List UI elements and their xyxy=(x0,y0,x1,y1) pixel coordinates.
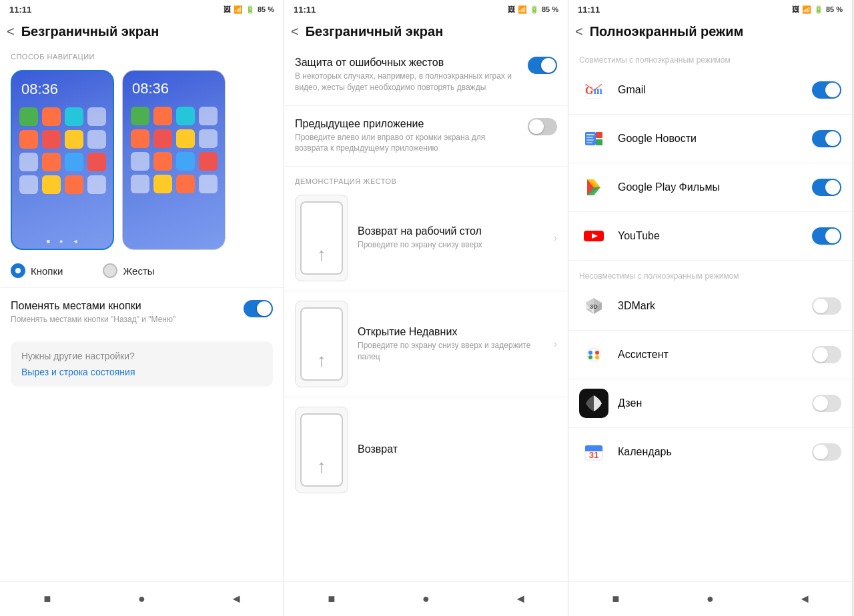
back-button-1[interactable]: < xyxy=(7,24,15,39)
app-icon-dot xyxy=(87,130,106,149)
header-2: < Безграничный экран xyxy=(284,19,568,47)
home-gesture-preview: ↑ xyxy=(295,195,348,281)
battery-icon-3: 🔋 xyxy=(814,5,823,14)
assistant-toggle-knob xyxy=(813,347,828,362)
svg-point-26 xyxy=(595,355,599,359)
svg-text:Gm: Gm xyxy=(585,85,602,96)
home-nav-btn-3[interactable]: ● xyxy=(697,586,723,613)
page-title-2: Безграничный экран xyxy=(306,24,444,39)
gesture-up-arrow-3: ↑ xyxy=(317,456,326,477)
page-title-3: Полноэкранный режим xyxy=(590,24,744,39)
youtube-toggle[interactable] xyxy=(812,227,841,245)
panel1-scroll: СПОСОБ НАВИГАЦИИ 08:36 xyxy=(0,47,284,616)
gplay-toggle-knob xyxy=(825,180,840,195)
app-row-dzen: Дзен xyxy=(568,382,852,425)
back-gesture-preview: ↑ xyxy=(295,407,348,493)
nav-radio-row: Кнопки Жесты xyxy=(0,261,284,285)
home-nav-btn-2[interactable]: ● xyxy=(412,586,439,613)
calendar-toggle-knob xyxy=(813,445,828,459)
dzen-icon xyxy=(579,389,608,418)
back-button-2[interactable]: < xyxy=(291,24,299,39)
app-icon-dot xyxy=(131,175,149,193)
error-gesture-toggle[interactable] xyxy=(528,57,557,74)
app-icon-dot xyxy=(153,129,172,148)
app-icon-dot xyxy=(199,175,218,193)
app-row-gmail: Gm Gmail xyxy=(568,69,852,111)
nav-section-label: СПОСОБ НАВИГАЦИИ xyxy=(0,47,284,63)
square-nav-btn-3[interactable]: ■ xyxy=(602,586,629,613)
swap-buttons-toggle[interactable] xyxy=(244,300,273,317)
panel3-scroll: Совместимы с полноэкранным режимом xyxy=(568,47,852,616)
gmail-toggle[interactable] xyxy=(812,81,841,99)
gplay-icon xyxy=(579,173,608,202)
image-icon-2: 🖼 xyxy=(508,5,515,13)
square-nav-btn-2[interactable]: ■ xyxy=(318,586,345,613)
threedmark-toggle[interactable] xyxy=(812,297,841,315)
app-icon-dot xyxy=(19,130,38,149)
recent-gesture-chevron: › xyxy=(554,338,557,350)
app-row-left-assistant: Ассистент xyxy=(579,340,669,369)
assistant-toggle[interactable] xyxy=(812,346,841,363)
divider-3 xyxy=(284,166,568,167)
app-row-3dmark: 3D 3DMark xyxy=(568,285,852,327)
status-time-3: 11:11 xyxy=(578,5,600,15)
svg-rect-9 xyxy=(586,137,593,138)
buttons-preview[interactable]: 08:36 xyxy=(11,70,114,250)
gplay-toggle[interactable] xyxy=(812,179,841,196)
svg-point-24 xyxy=(595,351,599,355)
header-1: < Безграничный экран xyxy=(0,19,284,47)
svg-rect-21 xyxy=(582,343,606,367)
gestures-preview[interactable]: 08:36 xyxy=(122,70,226,250)
bottom-nav-1: ■ ● ◄ xyxy=(0,581,284,616)
recent-gesture-item[interactable]: ↑ Открытие Недавних Проведите по экрану … xyxy=(284,294,568,394)
app-row-assistant: Ассистент xyxy=(568,333,852,376)
back-button-3[interactable]: < xyxy=(575,24,583,39)
back-gesture-title: Возврат xyxy=(358,443,557,455)
nav-preview-options: 08:36 xyxy=(0,63,284,261)
back-nav-btn-2[interactable]: ◄ xyxy=(507,586,534,613)
app-icon-dot xyxy=(42,107,61,126)
back-gesture-item[interactable]: ↑ Возврат xyxy=(284,400,568,500)
home-nav-btn-1[interactable]: ● xyxy=(128,586,155,613)
app-icon-dot xyxy=(19,107,38,126)
recent-gesture-desc: Проведите по экрану снизу вверх и задерж… xyxy=(358,340,548,363)
app-icon-dot xyxy=(87,175,106,194)
youtube-icon xyxy=(579,221,608,251)
square-nav-btn-1[interactable]: ■ xyxy=(34,586,61,613)
svg-point-25 xyxy=(588,355,592,359)
app-row-left-dzen: Дзен xyxy=(579,389,642,418)
back-nav-btn-3[interactable]: ◄ xyxy=(791,586,818,613)
prev-app-toggle[interactable] xyxy=(528,118,557,135)
phone-icons-2 xyxy=(131,107,218,193)
svg-text:31: 31 xyxy=(589,450,598,460)
divider-app-4 xyxy=(568,260,852,261)
gmail-icon: Gm xyxy=(579,75,608,105)
buttons-option[interactable]: Кнопки xyxy=(11,263,63,278)
app-icon-dot xyxy=(199,107,218,125)
app-icon-dot xyxy=(131,107,149,125)
home-gesture-text: Возврат на рабочий стол Проведите по экр… xyxy=(358,225,548,251)
panel-navigation: 11:11 🖼 📶 🔋 85 % < Безграничный экран СП… xyxy=(0,0,284,616)
suggestion-link[interactable]: Вырез и строка состояния xyxy=(21,367,262,377)
gnews-toggle-knob xyxy=(825,131,840,146)
app-row-left-youtube: YouTube xyxy=(579,221,660,251)
home-gesture-chevron: › xyxy=(554,232,557,244)
gestures-radio[interactable] xyxy=(103,263,117,278)
app-icon-dot xyxy=(176,107,195,125)
svg-rect-11 xyxy=(586,142,592,143)
svg-rect-7 xyxy=(596,139,602,145)
bottom-nav-2: ■ ● ◄ xyxy=(284,581,568,616)
app-icon-dot xyxy=(42,130,61,149)
calendar-toggle[interactable] xyxy=(812,443,841,461)
home-gesture-item[interactable]: ↑ Возврат на рабочий стол Проведите по э… xyxy=(284,188,568,288)
gnews-toggle[interactable] xyxy=(812,130,841,147)
panel2-scroll: Защита от ошибочных жестов В некоторых с… xyxy=(284,47,568,616)
app-icon-dot xyxy=(65,107,83,126)
dzen-toggle[interactable] xyxy=(812,395,841,412)
divider-4 xyxy=(284,291,568,291)
home-gesture-title: Возврат на рабочий стол xyxy=(358,225,548,237)
back-nav-btn-1[interactable]: ◄ xyxy=(223,586,250,613)
gestures-option[interactable]: Жесты xyxy=(103,263,154,278)
gesture-phone-3: ↑ xyxy=(300,413,343,487)
buttons-radio[interactable] xyxy=(11,263,25,278)
